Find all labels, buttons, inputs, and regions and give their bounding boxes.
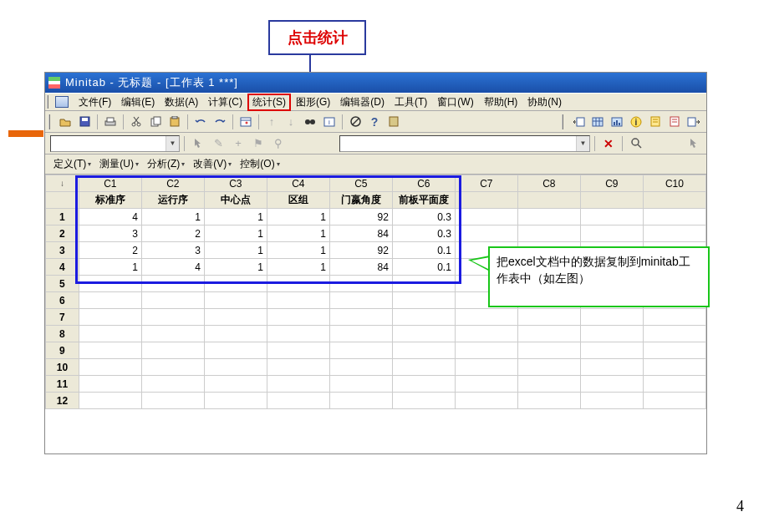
cell[interactable]: 1 — [79, 259, 141, 276]
cell[interactable] — [580, 393, 643, 409]
show-graphs-button[interactable] — [608, 114, 626, 130]
cell[interactable] — [643, 225, 705, 242]
cell[interactable] — [141, 292, 204, 309]
cell[interactable] — [517, 225, 580, 242]
menu-calc[interactable]: 计算(C) — [203, 94, 247, 111]
cell[interactable] — [204, 376, 267, 393]
row-header[interactable]: 4 — [46, 259, 79, 276]
cell[interactable] — [392, 326, 455, 342]
row-header[interactable]: 5 — [46, 276, 79, 292]
cell[interactable] — [643, 326, 705, 342]
cell[interactable]: 1 — [204, 225, 267, 242]
menu-edit[interactable]: 编辑(E) — [116, 94, 160, 111]
col-header[interactable]: C9 — [580, 175, 643, 192]
cell[interactable] — [141, 342, 204, 359]
zoom-button[interactable]: ⚲ — [269, 135, 288, 152]
delete-button[interactable]: ✕ — [599, 135, 618, 152]
menu-file[interactable]: 文件(F) — [74, 94, 116, 111]
menubar-grip[interactable] — [47, 95, 52, 109]
row-header[interactable]: 6 — [46, 292, 79, 309]
sixsigma-improve[interactable]: 改善(V)▾ — [190, 155, 235, 173]
cell[interactable] — [455, 393, 517, 409]
cell[interactable]: 1 — [267, 242, 329, 259]
cell[interactable] — [267, 393, 329, 409]
cell[interactable] — [329, 309, 392, 326]
cell[interactable] — [643, 342, 705, 359]
help-button[interactable]: ? — [365, 114, 384, 130]
cell[interactable] — [79, 359, 141, 376]
name-box[interactable]: ▼ — [50, 135, 180, 152]
cell[interactable]: 92 — [329, 209, 392, 225]
formula-box[interactable]: ▼ — [339, 135, 590, 152]
menu-assist[interactable]: 协助(N) — [522, 94, 567, 111]
menu-graph[interactable]: 图形(G) — [291, 94, 335, 111]
cell[interactable] — [267, 309, 329, 326]
col-name[interactable]: 前板平面度 — [392, 192, 455, 209]
cell[interactable]: 2 — [79, 242, 141, 259]
cell[interactable] — [580, 209, 643, 225]
row-header[interactable]: 10 — [46, 359, 79, 376]
copy-button[interactable] — [146, 114, 165, 130]
cell[interactable]: 3 — [141, 242, 204, 259]
save-button[interactable] — [75, 114, 94, 130]
cell[interactable] — [79, 309, 141, 326]
col-header[interactable]: C5 — [329, 175, 392, 192]
cell[interactable] — [329, 376, 392, 393]
cell[interactable] — [455, 342, 517, 359]
cell[interactable] — [455, 309, 517, 326]
cell[interactable] — [204, 359, 267, 376]
show-history-button[interactable] — [646, 114, 665, 130]
menu-data[interactable]: 数据(A) — [160, 94, 203, 111]
cell[interactable] — [580, 326, 643, 342]
cell[interactable] — [517, 376, 580, 393]
cell[interactable]: 2 — [141, 225, 204, 242]
cell[interactable] — [329, 276, 392, 292]
cell[interactable]: 84 — [329, 225, 392, 242]
cell[interactable] — [517, 326, 580, 342]
show-session-button[interactable] — [569, 114, 588, 130]
corner-cell[interactable]: ↓ — [46, 175, 79, 192]
cell[interactable] — [643, 393, 705, 409]
col-header[interactable]: C4 — [267, 175, 329, 192]
name-corner[interactable] — [46, 192, 79, 209]
row-header[interactable]: 3 — [46, 242, 79, 259]
row-header[interactable]: 2 — [46, 225, 79, 242]
toolbar-grip-right[interactable] — [562, 114, 567, 129]
row-header[interactable]: 12 — [46, 393, 79, 409]
cell[interactable] — [392, 276, 455, 292]
cell[interactable] — [204, 276, 267, 292]
cell[interactable]: 4 — [79, 209, 141, 225]
cell[interactable] — [643, 359, 705, 376]
cell[interactable]: 84 — [329, 259, 392, 276]
cell[interactable] — [267, 292, 329, 309]
pointer-button[interactable] — [189, 135, 207, 152]
paste-button[interactable] — [166, 114, 184, 130]
cell[interactable]: 1 — [204, 259, 267, 276]
cell[interactable] — [455, 376, 517, 393]
cell[interactable] — [79, 326, 141, 342]
sixsigma-define[interactable]: 定义(T)▾ — [50, 155, 94, 173]
cell[interactable] — [141, 276, 204, 292]
col-name[interactable]: 运行序 — [141, 192, 204, 209]
cell[interactable] — [267, 342, 329, 359]
show-info-button[interactable]: i — [627, 114, 645, 130]
col-header[interactable]: C2 — [141, 175, 204, 192]
cell[interactable]: 1 — [204, 209, 267, 225]
cell[interactable] — [580, 376, 643, 393]
cell[interactable] — [580, 359, 643, 376]
cell[interactable] — [141, 376, 204, 393]
cell[interactable] — [79, 342, 141, 359]
exit-button[interactable] — [685, 114, 703, 130]
cell[interactable] — [392, 342, 455, 359]
cell[interactable] — [392, 376, 455, 393]
cell[interactable] — [580, 342, 643, 359]
pointer2-button[interactable] — [685, 135, 703, 152]
cell[interactable]: 1 — [267, 225, 329, 242]
cell[interactable] — [580, 225, 643, 242]
open-button[interactable] — [56, 114, 74, 130]
cell[interactable]: 1 — [267, 209, 329, 225]
reference-button[interactable] — [384, 114, 403, 130]
menu-window[interactable]: 窗口(W) — [432, 94, 478, 111]
cell[interactable] — [79, 292, 141, 309]
row-header[interactable]: 1 — [46, 209, 79, 225]
